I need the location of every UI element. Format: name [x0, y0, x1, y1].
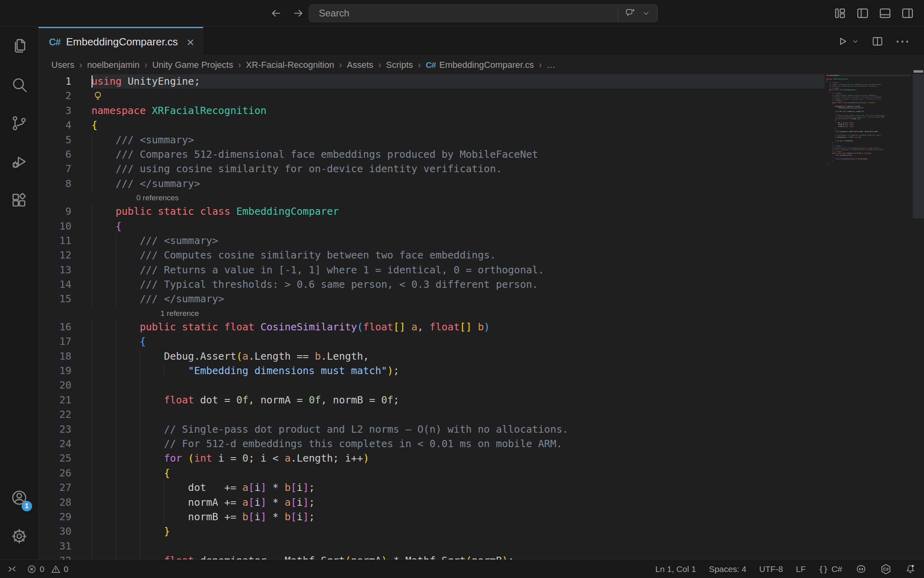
code-line-11[interactable]: 11 /// <summary> — [38, 234, 924, 248]
code-line-29[interactable]: 29 normB += b[i] * b[i]; — [38, 510, 924, 524]
indent-guide — [140, 422, 140, 437]
indent-guide — [91, 407, 92, 422]
code-line-14[interactable]: 14 /// Typical thresholds: > 0.6 same pe… — [38, 277, 924, 292]
split-editor-button[interactable] — [871, 35, 884, 48]
code-line-13[interactable]: 13 /// Returns a value in [-1, 1] where … — [38, 263, 924, 277]
command-center-search[interactable]: Search — [309, 4, 658, 22]
settings-button[interactable] — [0, 517, 38, 556]
csdevkit-status[interactable]: C# — [880, 563, 892, 575]
lightbulb-icon[interactable] — [92, 90, 103, 102]
code-line-28[interactable]: 28 normA += a[i] * a[i]; — [38, 495, 924, 510]
git-branch-icon — [10, 114, 28, 132]
search-placeholder: Search — [319, 8, 349, 19]
code-line-3[interactable]: 3namespace XRFacialRecognition — [38, 104, 924, 118]
accounts-badge: 1 — [22, 501, 32, 511]
code-line-23[interactable]: 23 // Single-pass dot product and L2 nor… — [38, 422, 924, 437]
toggle-panel-button[interactable] — [878, 6, 892, 20]
problems-status[interactable]: 0 0 — [26, 564, 68, 574]
code-line-20[interactable]: 20 — [38, 378, 924, 393]
layout-controls — [833, 0, 914, 26]
line-number: 29 — [38, 510, 91, 524]
code-line-8[interactable]: 8 /// </summary> — [38, 177, 924, 191]
codelens-references[interactable]: 1 reference — [38, 307, 924, 320]
customize-layout-button[interactable] — [833, 6, 847, 20]
sidebar-item-run-debug[interactable] — [0, 142, 38, 181]
forward-button[interactable] — [292, 7, 305, 20]
code-line-30[interactable]: 30 } — [38, 524, 924, 539]
code-line-4[interactable]: 4{ — [38, 118, 924, 132]
breadcrumb-item[interactable]: C#EmbeddingComparer.cs — [426, 60, 534, 70]
breadcrumb-item[interactable]: Unity Game Projects — [152, 60, 233, 70]
encoding-status[interactable]: UTF-8 — [759, 564, 783, 574]
codelens-references[interactable]: 0 references — [38, 191, 924, 204]
indent-guide — [116, 437, 116, 451]
back-button[interactable] — [270, 7, 282, 20]
sidebar-item-search[interactable] — [0, 65, 38, 104]
code-line-15[interactable]: 15 /// </summary> — [38, 292, 924, 306]
code-line-22[interactable]: 22 — [38, 407, 924, 422]
toggle-primary-sidebar-button[interactable] — [856, 6, 869, 20]
code-line-18[interactable]: 18 Debug.Assert(a.Length == b.Length, — [38, 349, 924, 364]
indent-guide — [116, 378, 116, 393]
copilot-status[interactable] — [855, 563, 867, 575]
toggle-secondary-sidebar-button[interactable] — [901, 6, 914, 20]
code-line-5[interactable]: 5 /// <summary> — [38, 133, 924, 147]
line-number: 4 — [38, 118, 91, 132]
indent-guide — [140, 364, 140, 378]
code-line-21[interactable]: 21 float dot = 0f, normA = 0f, normB = 0… — [38, 393, 924, 407]
code-line-25[interactable]: 25 for (int i = 0; i < a.Length; i++) — [38, 451, 924, 466]
copilot-menu[interactable] — [618, 5, 657, 22]
indent-guide — [91, 393, 92, 407]
breadcrumb-item[interactable]: Assets — [347, 60, 373, 70]
indent-guide — [91, 524, 92, 539]
line-number: 3 — [38, 104, 91, 118]
accounts-button[interactable]: 1 — [0, 478, 38, 517]
code-line-2[interactable]: 2 — [38, 89, 924, 103]
tab-embeddingcomparer[interactable]: C# EmbeddingComparer.cs × — [38, 27, 203, 56]
tab-label: EmbeddingComparer.cs — [66, 36, 178, 48]
code-line-9[interactable]: 9 public static class EmbeddingComparer — [38, 204, 924, 219]
code-line-24[interactable]: 24 // For 512-d embeddings this complete… — [38, 437, 924, 451]
code-editor[interactable]: 1using UnityEngine;23namespace XRFacialR… — [38, 74, 924, 560]
editor-scrollbar[interactable] — [913, 70, 924, 541]
extensions-icon — [10, 191, 28, 210]
line-number: 2 — [38, 89, 91, 103]
run-button[interactable] — [836, 35, 860, 48]
breadcrumb-item[interactable]: XR-Facial-Recognition — [246, 60, 334, 70]
code-line-17[interactable]: 17 { — [38, 334, 924, 349]
indentation-status[interactable]: Spaces: 4 — [709, 564, 746, 574]
language-mode[interactable]: {} C# — [819, 564, 842, 574]
breadcrumb-item[interactable]: Scripts — [386, 60, 413, 70]
cursor-position[interactable]: Ln 1, Col 1 — [655, 564, 696, 574]
line-number: 30 — [38, 524, 91, 539]
code-line-19[interactable]: 19 "Embedding dimensions must match"); — [38, 364, 924, 378]
remote-indicator[interactable] — [6, 564, 18, 575]
code-line-1[interactable]: 1using UnityEngine; — [38, 74, 924, 89]
sidebar-item-extensions[interactable] — [0, 181, 38, 220]
code-line-7[interactable]: 7 /// using cosine similarity for on-dev… — [38, 162, 924, 176]
close-icon[interactable]: × — [187, 36, 195, 49]
vscode-window: Search — [0, 0, 924, 578]
chevron-down-icon — [851, 37, 860, 46]
minimap[interactable]: using UnityEngine;namespace XRFacialReco… — [826, 75, 910, 560]
code-line-12[interactable]: 12 /// Computes cosine similarity betwee… — [38, 248, 924, 263]
code-line-16[interactable]: 16 public static float CosineSimilarity(… — [38, 320, 924, 334]
indent-guide — [91, 177, 92, 191]
breadcrumb-item[interactable]: noelbenjamin — [87, 60, 140, 70]
code-line-32[interactable]: 32 float denominator = Mathf.Sqrt(normA)… — [38, 554, 924, 560]
sidebar-item-explorer[interactable] — [0, 27, 38, 65]
code-line-10[interactable]: 10 { — [38, 219, 924, 234]
breadcrumb-item[interactable]: … — [547, 60, 555, 70]
line-number: 11 — [38, 234, 91, 248]
notifications-bell[interactable] — [905, 564, 916, 575]
scrollbar-thumb[interactable] — [913, 74, 924, 218]
eol-status[interactable]: LF — [796, 564, 806, 574]
breadcrumb-item[interactable]: Users — [51, 60, 74, 70]
code-line-27[interactable]: 27 dot += a[i] * b[i]; — [38, 480, 924, 495]
code-line-31[interactable]: 31 — [38, 539, 924, 554]
bell-icon — [905, 564, 916, 575]
sidebar-item-source-control[interactable] — [0, 104, 38, 142]
code-line-6[interactable]: 6 /// Compares 512-dimensional face embe… — [38, 147, 924, 162]
line-number: 32 — [38, 554, 91, 560]
code-line-26[interactable]: 26 { — [38, 466, 924, 480]
